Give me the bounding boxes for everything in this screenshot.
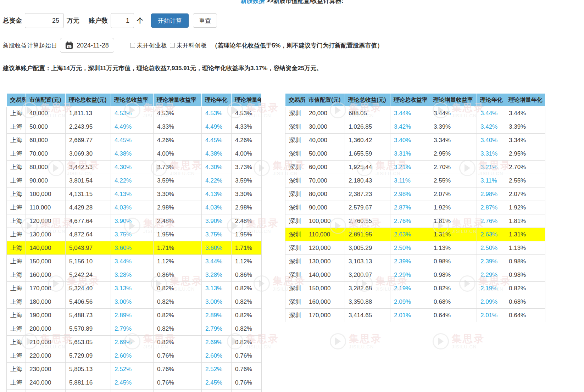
total-rate-link[interactable]: 2.79%: [111, 322, 154, 336]
total-rate-link[interactable]: 2.19%: [390, 282, 430, 295]
annualized-link[interactable]: 3.13%: [202, 282, 232, 295]
total-rate-link[interactable]: 3.28%: [111, 268, 154, 282]
table-row: 上海190,0005,488.732.89%0.82%2.89%0.82%: [7, 309, 262, 322]
table-row: 深圳50,0001,655.593.31%2.95%3.31%2.95%: [285, 147, 545, 161]
annualized-link[interactable]: 2.19%: [477, 282, 505, 295]
annualized-link[interactable]: 3.42%: [477, 120, 505, 134]
annualized-link[interactable]: 2.09%: [477, 295, 505, 309]
annualized-link[interactable]: 3.75%: [202, 228, 232, 241]
annualized-link[interactable]: 3.00%: [202, 295, 232, 309]
start-date-input[interactable]: 12 2024-11-28: [60, 38, 114, 53]
incremental-rate-cell: 1.81%: [430, 214, 477, 228]
calculate-button[interactable]: 开始计算: [151, 13, 189, 28]
total-income-cell: 2,579.67: [345, 201, 390, 214]
total-rate-link[interactable]: 3.42%: [390, 120, 430, 134]
annualized-link[interactable]: 3.11%: [477, 174, 505, 187]
annualized-link[interactable]: 3.90%: [202, 214, 232, 228]
incremental-annualized-cell: 2.48%: [232, 214, 262, 228]
col-header-incremental-rate: 理论增量收益率: [430, 94, 477, 107]
annualized-link[interactable]: 3.60%: [202, 241, 232, 255]
annualized-link[interactable]: 3.44%: [477, 107, 505, 120]
annualized-link[interactable]: 2.87%: [477, 201, 505, 214]
incremental-annualized-cell: 0.68%: [505, 295, 545, 309]
total-rate-link[interactable]: 3.21%: [390, 161, 430, 174]
annualized-link[interactable]: 3.44%: [202, 255, 232, 268]
exchange-cell: 上海: [7, 187, 26, 201]
annualized-link[interactable]: 2.52%: [202, 363, 232, 376]
total-rate-link[interactable]: 2.76%: [390, 214, 430, 228]
total-rate-link[interactable]: 2.60%: [111, 349, 154, 363]
total-rate-link[interactable]: 2.45%: [111, 376, 154, 390]
incremental-annualized-cell: 0.82%: [232, 322, 262, 336]
annualized-link[interactable]: 2.01%: [477, 309, 505, 322]
annualized-link[interactable]: 4.22%: [202, 174, 232, 187]
incremental-rate-cell: 2.98%: [154, 201, 202, 214]
reset-button[interactable]: 重置: [193, 13, 217, 28]
total-rate-link[interactable]: 3.44%: [111, 255, 154, 268]
star-checkbox[interactable]: [170, 43, 175, 48]
annualized-link[interactable]: 4.45%: [202, 134, 232, 147]
total-rate-link[interactable]: 4.38%: [111, 147, 154, 161]
annualized-link[interactable]: 4.53%: [202, 107, 232, 120]
total-rate-link[interactable]: 2.98%: [390, 187, 430, 201]
annualized-link[interactable]: 3.21%: [477, 161, 505, 174]
total-rate-link[interactable]: 2.52%: [111, 363, 154, 376]
total-income-cell: 688.05: [345, 107, 390, 120]
annualized-link[interactable]: 3.40%: [477, 134, 505, 147]
total-rate-link[interactable]: 2.29%: [390, 268, 430, 282]
total-rate-link[interactable]: 4.03%: [111, 201, 154, 214]
total-rate-link[interactable]: 3.75%: [111, 228, 154, 241]
total-rate-link[interactable]: 2.69%: [111, 336, 154, 349]
incremental-annualized-cell: 0.82%: [505, 282, 545, 295]
annualized-link[interactable]: 4.38%: [202, 147, 232, 161]
total-rate-link[interactable]: 3.13%: [111, 282, 154, 295]
accounts-input[interactable]: [111, 13, 134, 28]
incremental-annualized-cell: 3.73%: [232, 161, 262, 174]
total-rate-link[interactable]: 3.40%: [390, 134, 430, 147]
annualized-link[interactable]: 4.13%: [202, 187, 232, 201]
total-rate-link[interactable]: 4.45%: [111, 134, 154, 147]
total-rate-link[interactable]: 2.01%: [390, 309, 430, 322]
total-rate-link[interactable]: 2.09%: [390, 295, 430, 309]
incremental-rate-cell: 0.86%: [154, 268, 202, 282]
annualized-link[interactable]: 2.50%: [477, 241, 505, 255]
annualized-link[interactable]: 2.69%: [202, 336, 232, 349]
chinext-checkbox-group: 未开创业板: [130, 41, 167, 50]
annualized-link[interactable]: 2.79%: [202, 322, 232, 336]
total-rate-link[interactable]: 3.31%: [390, 147, 430, 161]
total-rate-link[interactable]: 2.87%: [390, 201, 430, 214]
total-rate-link[interactable]: 3.44%: [390, 107, 430, 120]
annualized-link[interactable]: 3.31%: [477, 147, 505, 161]
total-rate-link[interactable]: 2.39%: [390, 255, 430, 268]
total-rate-link[interactable]: 3.00%: [111, 295, 154, 309]
total-rate-link[interactable]: 2.63%: [390, 228, 430, 241]
annualized-link[interactable]: 4.30%: [202, 161, 232, 174]
total-rate-link[interactable]: 3.60%: [111, 241, 154, 255]
annualized-link[interactable]: 2.63%: [477, 228, 505, 241]
total-rate-link[interactable]: 4.22%: [111, 174, 154, 187]
total-rate-link[interactable]: 3.11%: [390, 174, 430, 187]
total-rate-link[interactable]: 3.90%: [111, 214, 154, 228]
annualized-link[interactable]: 2.29%: [477, 268, 505, 282]
annualized-link[interactable]: 4.49%: [202, 120, 232, 134]
annualized-link[interactable]: 3.28%: [202, 268, 232, 282]
annualized-link[interactable]: 2.60%: [202, 349, 232, 363]
total-rate-link[interactable]: 4.30%: [111, 161, 154, 174]
annualized-link[interactable]: 2.89%: [202, 309, 232, 322]
total-rate-link[interactable]: 4.13%: [111, 187, 154, 201]
annualized-link[interactable]: 2.39%: [477, 255, 505, 268]
chinext-checkbox[interactable]: [130, 43, 135, 48]
exchange-cell: 上海: [7, 134, 26, 147]
total-rate-link[interactable]: 2.89%: [111, 309, 154, 322]
total-income-cell: 5,653.05: [66, 336, 111, 349]
annualized-link[interactable]: 2.98%: [477, 187, 505, 201]
breadcrumb-link-new-stock-data[interactable]: 新股数据: [241, 0, 265, 4]
total-capital-input[interactable]: [25, 13, 64, 28]
annualized-link[interactable]: 2.76%: [477, 214, 505, 228]
total-rate-link[interactable]: 4.53%: [111, 107, 154, 120]
annualized-link[interactable]: 2.45%: [202, 376, 232, 390]
col-header-incremental-annualized: 理论增量年化: [505, 94, 545, 107]
annualized-link[interactable]: 4.03%: [202, 201, 232, 214]
total-rate-link[interactable]: 4.49%: [111, 120, 154, 134]
total-rate-link[interactable]: 2.50%: [390, 241, 430, 255]
